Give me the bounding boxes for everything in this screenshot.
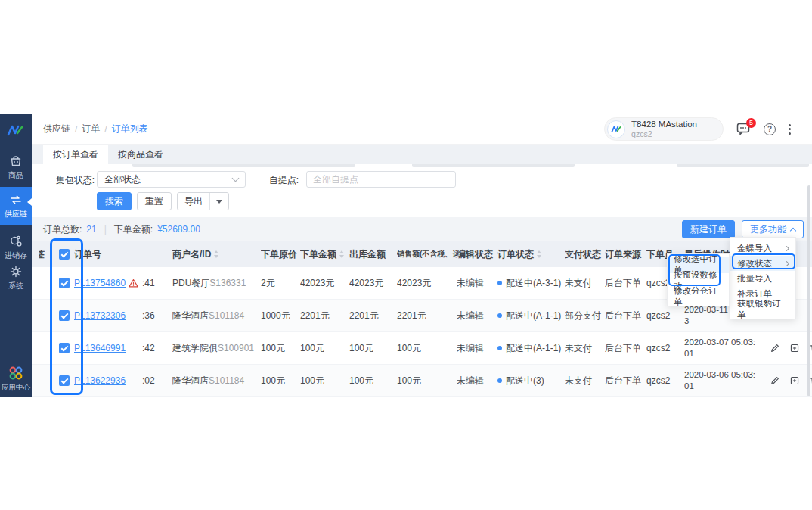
header-order-status[interactable]: 订单状态 [497,248,565,261]
search-button[interactable]: 搜索 [97,192,132,210]
filter-buttons: 搜索 重置 导出 [97,192,229,210]
operator-cell: qzcs2 [646,375,684,386]
user-menu[interactable]: T8428 MAstation qzcs2 [604,117,724,141]
summary-bar: 订单总数: 21 | 下单金额: ¥52689.00 新建订单 更多功能 [32,217,812,241]
order-amount-value: ¥52689.00 [157,224,200,235]
new-order-button[interactable]: 新建订单 [682,220,735,238]
sort-icon[interactable] [214,250,218,258]
submenu-item-modify-split-warehouse[interactable]: 修改分仓订单 [668,288,729,304]
reset-button[interactable]: 重置 [137,192,172,210]
breadcrumb-separator: / [104,124,107,135]
order-no-cell: PL13622936 [74,375,139,386]
header-merchant[interactable]: 商户名/ID [172,248,261,261]
menu-item-kingdee-import[interactable]: 金蝶导入 [730,241,795,256]
header-orig-price[interactable]: 下单原价 [261,248,300,261]
header-out-amount[interactable]: 出库金额 [349,248,397,261]
time-fragment: :36 [139,310,172,321]
select-all-checkbox[interactable] [59,249,70,260]
order-link[interactable]: PL13646991 [74,343,126,353]
clipped-column-header: 签 [32,248,47,261]
breadcrumb: 供应链 / 订单 / 订单列表 [43,123,148,135]
tab-label: 按订单查看 [53,148,98,161]
notifications-button[interactable]: 5 [736,123,751,135]
merchant-cell: 隆华酒店S101184 [172,309,261,322]
row-checkbox[interactable] [59,343,70,353]
menu-item-modify-status[interactable]: 修改状态 [730,256,795,271]
sidebar-item-inventory[interactable]: 进销存 [0,234,32,261]
row-checkbox[interactable] [59,278,70,288]
package-status-select[interactable]: 全部状态 [97,171,246,188]
modify-status-submenu: 修改选中订单 按预设数修改 修改分仓订单 [667,253,730,306]
header-source[interactable]: 订单来源 [605,248,646,261]
merchant-cell: 隆华酒店S101184 [172,375,261,387]
copy-plus-icon[interactable] [789,343,800,353]
sidebar-item-system[interactable]: 系统 [0,264,32,291]
header-pay-status[interactable]: 支付状态 [565,248,605,261]
time-fragment: :41 [139,278,172,288]
menu-item-fetch-yinbao-orders[interactable]: 获取银豹订单 [730,302,795,317]
breadcrumb-item[interactable]: 订单 [82,123,100,135]
checkbox-cell [47,375,74,386]
table-row[interactable]: PL13622936 :02 隆华酒店S101184 100元 100元 100… [32,365,812,397]
order-status-cell: 配送中(A-1-1) [497,309,565,322]
sales-cell: 100元 [397,375,457,387]
clipped-filter-remnant [132,164,355,167]
chevron-down-icon [232,175,240,182]
edit-status-cell: 未编辑 [457,342,497,355]
more-functions-button[interactable]: 更多功能 [742,220,804,238]
merchant-id: S100901 [218,343,254,353]
sort-icon[interactable] [537,250,541,258]
source-cell: 后台下单 [605,277,646,290]
header-sales[interactable]: 销售额(不含税、运) [397,249,457,260]
edit-icon[interactable] [770,343,780,353]
brand-logo-icon [7,123,25,137]
amount-cell: 100元 [300,342,349,355]
export-button[interactable]: 导出 [178,193,209,210]
operator-cell: qzcs2 [646,310,684,321]
menu-item-batch-import[interactable]: 批量导入 [730,271,795,286]
help-button[interactable]: ? [764,123,776,135]
screenshot-canvas: 商品 供应链 进销存 [0,0,812,510]
pickup-point-input[interactable] [306,171,456,188]
export-dropdown-button[interactable] [209,193,228,210]
brand-logo[interactable] [0,119,32,141]
pay-status-cell: 未支付 [565,342,605,355]
source-cell: 后台下单 [605,342,646,355]
header-amount[interactable]: 下单金额 [300,248,349,261]
sidebar-item-app-center[interactable]: 应用中心 [0,365,32,393]
op-time-cell: 2020-03-06 05:03:01 [684,369,762,392]
breadcrumb-current: 订单列表 [112,123,148,135]
status-dot [497,313,502,318]
clipped-filter-remnant [412,164,575,167]
row-checkbox[interactable] [59,375,70,386]
sidebar: 商品 供应链 进销存 [0,114,32,397]
sidebar-item-products[interactable]: 商品 [0,154,32,181]
merchant-id: S101184 [209,310,244,321]
tab-by-order[interactable]: 按订单查看 [43,145,108,164]
copy-plus-icon[interactable] [789,375,800,386]
avatar-logo-icon [611,125,622,133]
sort-icon[interactable] [339,250,344,258]
vertical-scrollbar[interactable] [807,185,810,396]
active-item-notch [27,198,32,206]
sidebar-item-supply-chain[interactable]: 供应链 [0,187,32,225]
table-row[interactable]: PL13646991 :42 建筑学院俱S100901 100元 100元 10… [32,332,812,365]
header-edit-status[interactable]: 编辑状态 [457,248,497,261]
merchant-id: S101184 [209,375,244,386]
submenu-arrow-icon [784,261,789,266]
breadcrumb-item[interactable]: 供应链 [43,123,70,135]
order-link[interactable]: PL13622936 [74,375,126,386]
sidebar-item-label: 进销存 [5,251,27,260]
merchant-id: S136331 [209,278,246,288]
more-options-kebab[interactable] [789,124,791,135]
sidebar-item-label: 系统 [8,281,23,290]
tab-by-product[interactable]: 按商品查看 [108,145,173,164]
sidebar-item-label: 供应链 [5,210,27,218]
row-checkbox[interactable] [59,310,70,321]
edit-icon[interactable] [770,375,780,386]
order-link[interactable]: PL13754860 [74,278,126,288]
order-link[interactable]: PL13732306 [74,310,126,321]
orig-price-cell: 100元 [261,375,300,387]
header-order-no[interactable]: 订单号 [74,248,139,261]
select-all-checkbox-cell [47,249,74,260]
